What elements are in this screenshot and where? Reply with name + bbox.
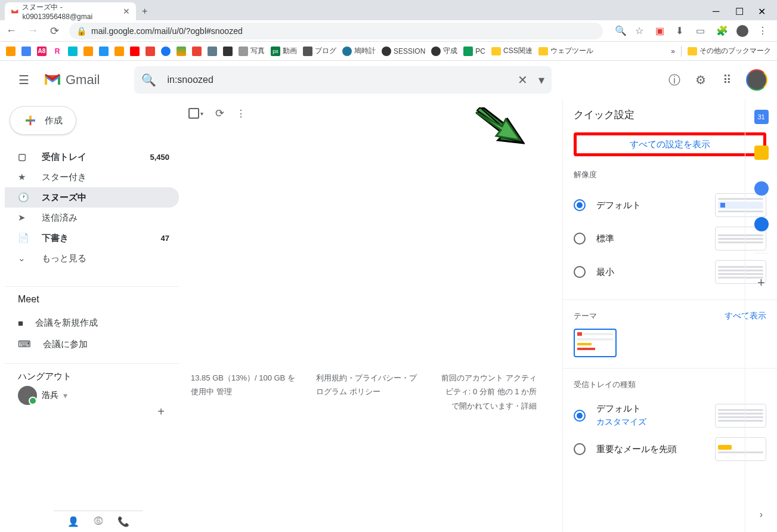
hangouts-icon[interactable]: ⓺ — [94, 516, 103, 527]
back-button[interactable]: ← — [5, 24, 18, 37]
bookmark-item[interactable] — [146, 47, 155, 56]
contacts-icon[interactable] — [754, 217, 769, 231]
keep-icon[interactable] — [754, 146, 769, 160]
bookmark-folder[interactable]: ウェブツール — [538, 46, 593, 56]
bookmark-item[interactable] — [99, 47, 109, 56]
bookmark-item[interactable]: PC — [463, 47, 485, 56]
search-options-icon[interactable]: ▾ — [538, 73, 544, 87]
svg-marker-1 — [476, 112, 520, 140]
folder-list: ▢ 受信トレイ 5,450 ★ スター付き 🕐 スヌーズ中 ➤ 送信済み 📄 下… — [5, 147, 179, 268]
bookmark-item[interactable] — [130, 47, 140, 56]
folder-sent[interactable]: ➤ 送信済み — [5, 208, 179, 228]
clear-search-icon[interactable]: ✕ — [518, 73, 528, 87]
add-addon-icon[interactable]: + — [757, 275, 765, 290]
bookmark-item[interactable] — [208, 47, 217, 56]
radio-icon — [574, 233, 586, 245]
bookmark-folder[interactable]: CSS関連 — [491, 46, 533, 56]
tab-close-icon[interactable]: ✕ — [123, 7, 130, 16]
bookmark-item[interactable]: ブログ — [303, 46, 336, 56]
hangout-user[interactable]: 浩兵 ▾ — [18, 386, 179, 405]
inbox-type-important[interactable]: 重要なメールを先頭 — [574, 432, 766, 466]
tasks-icon[interactable] — [754, 181, 769, 196]
bookmark-item[interactable]: A8 — [37, 47, 47, 56]
folder-drafts[interactable]: 📄 下書き 47 — [5, 228, 179, 248]
apps-grid-icon[interactable]: ⠿ — [720, 73, 734, 87]
help-icon[interactable]: ⓘ — [667, 72, 682, 88]
close-window-icon[interactable]: ✕ — [758, 6, 766, 14]
gmail-logo[interactable]: Gmail — [43, 72, 100, 88]
main-menu-button[interactable]: ☰ — [10, 73, 38, 87]
bookmark-item[interactable] — [161, 47, 171, 56]
collapse-panel-icon[interactable]: › — [760, 509, 763, 520]
settings-gear-icon[interactable]: ⚙ — [694, 73, 708, 87]
inbox-type-default[interactable]: デフォルト カスタマイズ — [574, 398, 766, 432]
more-actions-icon[interactable]: ⋮ — [236, 108, 246, 119]
bookmark-item[interactable] — [83, 47, 93, 56]
address-bar: ← → ⟳ 🔒 mail.google.com/mail/u/0/?ogbl#s… — [0, 20, 777, 42]
customize-link[interactable]: カスタマイズ — [596, 417, 646, 428]
bookmark-item[interactable] — [68, 47, 78, 56]
maximize-icon[interactable]: ☐ — [735, 6, 744, 14]
search-input[interactable] — [167, 75, 507, 85]
search-icon[interactable]: 🔍 — [141, 73, 156, 87]
theme-thumbnail[interactable] — [574, 329, 617, 357]
ext2-icon[interactable]: ⬇ — [676, 25, 686, 36]
select-all-checkbox[interactable]: ▾ — [188, 108, 203, 119]
bookmark-item[interactable]: R — [52, 47, 62, 56]
bookmark-item[interactable]: 守成 — [431, 46, 457, 56]
policy-links[interactable]: 利用規約・プライバシー・プログラム ポリシー — [316, 371, 423, 413]
hangout-add-icon[interactable]: + — [157, 405, 165, 419]
search-box[interactable]: 🔍 ✕ ▾ — [134, 66, 552, 94]
bookmark-item[interactable] — [21, 47, 31, 56]
right-side-panel: 31 + › — [745, 99, 777, 532]
chrome-menu-icon[interactable]: ⋮ — [758, 25, 769, 36]
forward-button[interactable]: → — [26, 24, 39, 37]
lock-icon: 🔒 — [76, 26, 86, 36]
gmail-logo-text: Gmail — [66, 72, 100, 88]
new-tab-button[interactable]: + — [142, 6, 147, 17]
person-icon[interactable]: 👤 — [67, 516, 79, 527]
star-icon[interactable]: ☆ — [635, 25, 646, 36]
bookmark-item[interactable]: SESSION — [382, 47, 425, 56]
bookmark-item[interactable]: 写真 — [239, 46, 265, 56]
dropdown-icon[interactable]: ▾ — [63, 391, 67, 400]
density-compact[interactable]: 最小 — [574, 255, 766, 289]
bookmark-item[interactable] — [223, 47, 233, 56]
phone-icon[interactable]: 📞 — [117, 516, 129, 527]
meet-join-button[interactable]: ⌨ 会議に参加 — [18, 333, 179, 355]
all-settings-button[interactable]: すべての設定を表示 — [574, 132, 766, 156]
activity-info[interactable]: 前回のアカウント アクティビティ: 0 分前 他の 1 か所で開かれています・詳… — [441, 371, 537, 413]
extensions-icon[interactable]: 🧩 — [716, 25, 727, 36]
bookmark-item[interactable]: 鳩時計 — [342, 46, 376, 56]
folder-starred[interactable]: ★ スター付き — [5, 167, 179, 187]
reload-button[interactable]: ⟳ — [48, 24, 61, 38]
bookmark-item[interactable] — [177, 47, 186, 56]
zoom-icon[interactable]: 🔍 — [615, 25, 626, 36]
ext1-icon[interactable]: ▣ — [655, 25, 666, 36]
url-field[interactable]: 🔒 mail.google.com/mail/u/0/?ogbl#snoozed — [69, 23, 603, 39]
window-titlebar: スヌーズ中 - k09013956488@gmai ✕ + ─ ☐ ✕ — [0, 0, 777, 20]
bookmarks-overflow-icon[interactable]: » — [671, 47, 675, 55]
bookmark-item[interactable] — [192, 47, 202, 56]
browser-tab[interactable]: スヌーズ中 - k09013956488@gmai ✕ — [5, 2, 136, 20]
compose-button[interactable]: 作成 — [10, 106, 76, 135]
account-avatar[interactable] — [746, 69, 767, 91]
bookmark-item[interactable] — [114, 47, 124, 56]
meet-new-button[interactable]: ■ 会議を新規作成 — [18, 312, 179, 333]
calendar-icon[interactable]: 31 — [754, 110, 769, 124]
density-comfortable[interactable]: 標準 — [574, 222, 766, 255]
bookmark-item[interactable]: px動画 — [271, 46, 297, 56]
bookmark-item[interactable] — [6, 47, 16, 56]
chevron-down-icon: ⌄ — [18, 253, 30, 264]
storage-info[interactable]: 13.85 GB（13%）/ 100 GB を使用中 管理 — [191, 371, 298, 413]
folder-snoozed[interactable]: 🕐 スヌーズ中 — [5, 187, 179, 208]
other-bookmarks[interactable]: その他のブックマーク — [688, 46, 771, 56]
profile-icon[interactable] — [736, 25, 748, 37]
minimize-icon[interactable]: ─ — [713, 6, 721, 14]
folder-inbox[interactable]: ▢ 受信トレイ 5,450 — [5, 147, 179, 167]
refresh-icon[interactable]: ⟳ — [215, 107, 224, 120]
density-default[interactable]: デフォルト — [574, 188, 766, 222]
folder-more[interactable]: ⌄ もっと見る — [5, 248, 179, 268]
ext3-icon[interactable]: ▭ — [696, 25, 707, 36]
hangout-title: ハングアウト — [18, 371, 179, 382]
